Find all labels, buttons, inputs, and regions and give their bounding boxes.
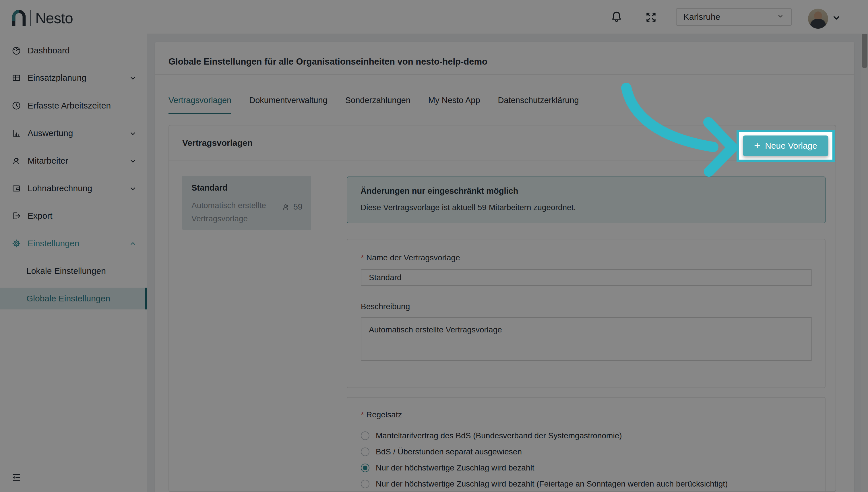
sidebar-item-label: Lohnabrechnung	[28, 183, 92, 193]
nesto-logo: Nesto	[11, 8, 73, 28]
sidebar: Nesto Dashboard Einsatzplanung Erfasste …	[0, 0, 147, 492]
sidebar-item-export[interactable]: Export	[0, 207, 147, 224]
sidebar-item-label: Einsatzplanung	[28, 73, 86, 83]
sidebar-item-label: Erfasste Arbeitszeiten	[28, 101, 111, 110]
radio-unchecked-icon	[361, 479, 369, 488]
sidebar-item-dashboard[interactable]: Dashboard	[0, 42, 147, 59]
required-marker: *	[361, 410, 364, 419]
sidebar-footer-divider	[0, 467, 147, 467]
main-content-card: Globale Einstellungen für alle Organisat…	[155, 42, 854, 492]
notice-text: Diese Vertragsvorlage ist aktuell 59 Mit…	[361, 203, 576, 212]
planning-grid-icon	[11, 73, 21, 83]
description-textarea[interactable]: Automatisch erstellte Vertragsvorlage	[361, 317, 812, 361]
sidebar-item-label: Export	[28, 211, 52, 221]
name-input-value: Standard	[369, 273, 402, 282]
template-card-standard[interactable]: Standard Automatisch erstellte Vertragsv…	[182, 176, 311, 230]
sidebar-item-lohnabrechnung[interactable]: Lohnabrechnung	[0, 180, 147, 197]
radio-unchecked-icon	[361, 447, 369, 456]
clock-icon	[11, 101, 21, 110]
sidebar-item-label: Einstellungen	[28, 239, 79, 248]
people-icon	[281, 202, 291, 212]
dashboard-icon	[11, 46, 21, 55]
tab-vertragsvorlagen[interactable]: Vertragsvorlagen	[169, 96, 231, 114]
chevron-down-icon	[129, 157, 137, 165]
restricted-changes-notice: Änderungen nur eingeschränkt möglich Die…	[347, 176, 825, 223]
chevron-down-icon	[129, 184, 137, 192]
name-input[interactable]: Standard	[361, 269, 812, 286]
ruleset-option-label: Nur der höchstwertige Zuschlag wird beza…	[376, 463, 534, 472]
sidebar-item-globale-einstellungen[interactable]: Globale Einstellungen	[0, 288, 147, 310]
chevron-up-icon	[129, 240, 137, 247]
assigned-employees-badge: 59	[281, 202, 302, 212]
tabs-divider	[155, 114, 854, 114]
chevron-down-icon	[129, 129, 137, 137]
sidebar-item-mitarbeiter[interactable]: Mitarbeiter	[0, 152, 147, 169]
sidebar-item-erfasste-arbeitszeiten[interactable]: Erfasste Arbeitszeiten	[0, 97, 147, 114]
settings-tabs: Vertragsvorlagen Dokumentverwaltung Sond…	[169, 96, 579, 114]
sidebar-item-auswertung[interactable]: Auswertung	[0, 125, 147, 142]
people-icon	[11, 156, 21, 166]
logo-divider	[30, 10, 31, 26]
ruleset-label: *Regelsatz	[361, 410, 402, 419]
sidebar-item-label: Lokale Einstellungen	[26, 266, 106, 276]
required-marker: *	[361, 253, 364, 262]
nesto-logo-icon	[11, 9, 26, 27]
sidebar-item-label: Auswertung	[28, 128, 73, 138]
panel-header: Vertragsvorlagen	[169, 125, 836, 161]
sidebar-item-einstellungen[interactable]: Einstellungen	[0, 235, 147, 252]
template-details-form-section: *Name der Vertragsvorlage Standard Besch…	[347, 239, 825, 388]
page-title: Globale Einstellungen für alle Organisat…	[169, 56, 488, 67]
panel-title: Vertragsvorlagen	[182, 138, 253, 148]
user-menu-chevron-icon[interactable]	[831, 13, 842, 23]
bar-chart-icon	[11, 128, 21, 138]
ruleset-option-label: Nur der höchstwertige Zuschlag wird beza…	[376, 479, 728, 489]
fullscreen-expand-icon[interactable]	[644, 10, 658, 24]
radio-unchecked-icon	[361, 432, 369, 440]
chevron-down-icon	[129, 74, 137, 81]
description-field-label: Beschreibung	[361, 302, 410, 311]
tab-dokumentverwaltung[interactable]: Dokumentverwaltung	[249, 96, 327, 114]
location-select-value: Karlsruhe	[684, 12, 720, 22]
highlight-frame: + Neue Vorlage	[737, 130, 835, 162]
notifications-bell-icon[interactable]	[610, 10, 623, 24]
scrollbar-track[interactable]	[861, 0, 868, 492]
ruleset-option-label: Manteltarifvertrag des BdS (Bundesverban…	[376, 431, 622, 440]
collapse-sidebar-icon[interactable]	[11, 472, 22, 483]
ruleset-option-1[interactable]: Manteltarifvertrag des BdS (Bundesverban…	[361, 430, 622, 441]
title-divider	[155, 74, 854, 75]
sidebar-item-label: Globale Einstellungen	[26, 294, 110, 303]
ruleset-option-4[interactable]: Nur der höchstwertige Zuschlag wird beza…	[361, 478, 728, 490]
sidebar-item-label: Mitarbeiter	[28, 156, 68, 166]
chevron-down-icon	[776, 12, 785, 22]
location-select[interactable]: Karlsruhe	[676, 8, 792, 26]
sidebar-item-einsatzplanung[interactable]: Einsatzplanung	[0, 69, 147, 87]
new-template-button[interactable]: + Neue Vorlage	[743, 136, 828, 156]
ruleset-option-label: BdS / Überstunden separat ausgewiesen	[376, 447, 522, 457]
tab-my-nesto-app[interactable]: My Nesto App	[428, 96, 480, 114]
ruleset-option-2[interactable]: BdS / Überstunden separat ausgewiesen	[361, 446, 522, 458]
gear-icon	[11, 239, 21, 248]
wallet-icon	[11, 183, 21, 193]
sidebar-item-label: Dashboard	[28, 46, 70, 55]
assigned-employees-count: 59	[293, 202, 302, 212]
vertragsvorlagen-panel: Vertragsvorlagen Standard Automatisch er…	[169, 125, 836, 492]
user-avatar[interactable]	[808, 8, 828, 29]
template-description-line1: Automatisch erstellte	[192, 201, 266, 210]
plus-icon: +	[754, 140, 760, 151]
ruleset-option-3[interactable]: Nur der höchstwertige Zuschlag wird beza…	[361, 462, 534, 474]
tab-datenschutzerklaerung[interactable]: Datenschutzerklärung	[498, 96, 579, 114]
template-name: Standard	[192, 183, 228, 193]
new-template-button-label: Neue Vorlage	[765, 141, 817, 151]
notice-title: Änderungen nur eingeschränkt möglich	[361, 186, 518, 196]
template-description-line2: Vertragsvorlage	[192, 214, 248, 223]
top-header: Karlsruhe	[147, 0, 868, 34]
description-textarea-value: Automatisch erstellte Vertragsvorlage	[369, 325, 502, 334]
logo-wordmark: Nesto	[35, 9, 73, 27]
sidebar-item-lokale-einstellungen[interactable]: Lokale Einstellungen	[0, 262, 147, 279]
app-screen: Nesto Dashboard Einsatzplanung Erfasste …	[0, 0, 868, 492]
name-field-label: *Name der Vertragsvorlage	[361, 253, 460, 262]
ruleset-form-section: *Regelsatz Manteltarifvertrag des BdS (B…	[347, 397, 825, 492]
radio-checked-icon	[361, 464, 369, 472]
export-icon	[11, 211, 21, 221]
tab-sonderzahlungen[interactable]: Sonderzahlungen	[345, 96, 411, 114]
